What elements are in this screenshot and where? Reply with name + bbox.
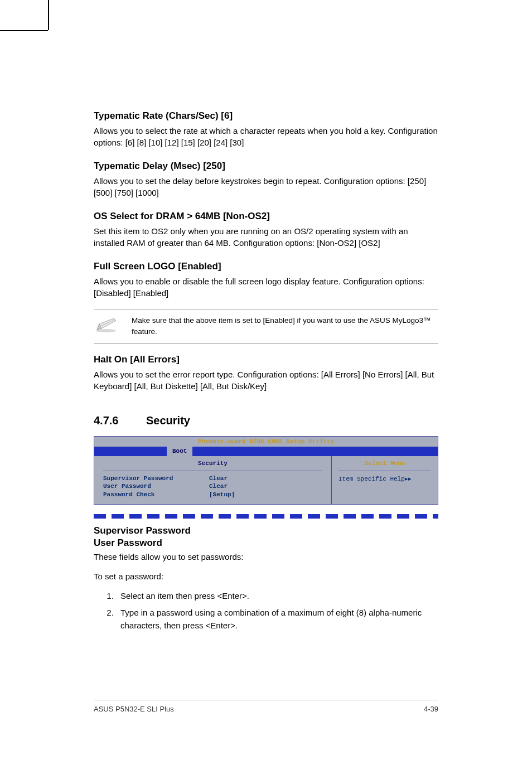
heading-typematic-delay: Typematic Delay (Msec) [250] (94, 161, 438, 172)
step-item: Type in a password using a combination o… (116, 607, 438, 632)
bios-title: Phoenix-Award BIOS CMOS Setup Utility (94, 437, 438, 447)
passwords-intro2: To set a password: (94, 572, 438, 581)
note-text: Make sure that the above item is set to … (132, 315, 438, 337)
heading-halt-on: Halt On [All Errors] (94, 354, 438, 365)
bios-row-label: User Password (103, 482, 209, 490)
bios-tabs: Boot (94, 447, 438, 456)
bios-row: User Password Clear (103, 482, 322, 490)
bios-row: Supervisor Password Clear (103, 475, 322, 482)
body-os-select: Set this item to OS2 only when you are r… (94, 225, 438, 249)
bios-tab-boot: Boot (167, 447, 192, 456)
heading-supervisor-password: Supervisor Password (94, 525, 438, 536)
bios-help-text: Item Specific Help (338, 476, 405, 482)
crop-mark-vertical (48, 0, 49, 30)
bios-panel: Phoenix-Award BIOS CMOS Setup Utility Bo… (94, 436, 438, 505)
body-halt-on: Allows you to set the error report type.… (94, 369, 438, 392)
page-content: Typematic Rate (Chars/Sec) [6] Allows yo… (0, 0, 532, 632)
bios-row-value: [Setup] (209, 491, 235, 498)
bios-row-label: Password Check (103, 491, 209, 498)
heading-user-password: User Password (94, 538, 438, 549)
heading-full-logo: Full Screen LOGO [Enabled] (94, 261, 438, 272)
pencil-icon (94, 316, 118, 333)
body-full-logo: Allows you to enable or disable the full… (94, 275, 438, 299)
right-arrows-icon: ▸▸ (405, 475, 412, 482)
svg-point-0 (96, 329, 116, 332)
bios-row-value: Clear (209, 482, 228, 490)
crop-mark-horizontal (0, 30, 48, 31)
bios-row: Password Check [Setup] (103, 491, 322, 498)
body-typematic-rate: Allows you to select the rate at which a… (94, 125, 438, 148)
bios-right-body: Item Specific Help▸▸ (338, 475, 431, 483)
bios-subhead: Security (103, 459, 322, 471)
footer-left: ASUS P5N32-E SLI Plus (94, 705, 174, 713)
page-footer: ASUS P5N32-E SLI Plus 4-39 (94, 700, 438, 713)
heading-os-select: OS Select for DRAM > 64MB [Non-OS2] (94, 211, 438, 222)
bios-row-value: Clear (209, 475, 228, 482)
heading-typematic-rate: Typematic Rate (Chars/Sec) [6] (94, 110, 438, 122)
bios-right-pane: Select Menu Item Specific Help▸▸ (332, 456, 438, 504)
steps-list: Select an item then press <Enter>. Type … (94, 590, 438, 632)
step-item: Select an item then press <Enter>. (116, 590, 438, 603)
passwords-intro: These fields allow you to set passwords: (94, 552, 438, 561)
bios-left-pane: Security Supervisor Password Clear User … (94, 456, 332, 504)
bios-right-head: Select Menu (338, 459, 431, 471)
section-heading-security: 4.7.6Security (94, 414, 438, 427)
bios-row-label: Supervisor Password (103, 475, 209, 482)
section-title: Security (146, 414, 190, 427)
bios-dashed-edge (94, 514, 438, 519)
section-number: 4.7.6 (94, 414, 146, 427)
footer-right: 4-39 (424, 705, 438, 713)
body-typematic-delay: Allows you to set the delay before keyst… (94, 175, 438, 199)
note-block: Make sure that the above item is set to … (94, 309, 438, 344)
